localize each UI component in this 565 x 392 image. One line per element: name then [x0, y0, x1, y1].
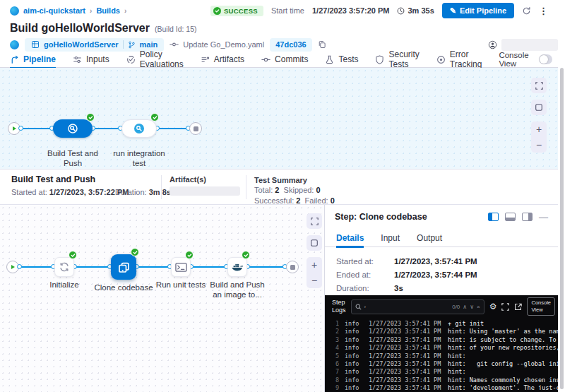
- log-settings-gear-icon[interactable]: ⚙: [489, 302, 497, 311]
- edge: [191, 266, 227, 268]
- log-line-number: 9: [325, 384, 339, 390]
- log-message: + git init: [448, 320, 484, 328]
- console-view-button[interactable]: Console View: [527, 297, 555, 316]
- step-node-clone-codebase[interactable]: [111, 254, 136, 280]
- duration-value: 3m 8s: [149, 188, 171, 196]
- more-options-icon[interactable]: ⋮: [539, 6, 548, 16]
- failed-label: Failed:: [305, 196, 328, 205]
- step-graph-canvas[interactable]: Initialize Clone codebase Run unit tests…: [0, 205, 325, 392]
- copy-icon[interactable]: [318, 40, 326, 49]
- build-status-cluster: SUCCESS Start time 1/27/2023 3:57:20 PM …: [210, 3, 548, 18]
- log-row: 7info1/27/2023 3:57:41 PMhint:: [325, 368, 558, 376]
- stage-label[interactable]: Build Test and Push: [43, 148, 102, 169]
- tab-error-tracking[interactable]: Error Tracking: [436, 52, 482, 68]
- step-label[interactable]: Run unit tests: [153, 280, 209, 290]
- successful-label: Successful:: [254, 196, 294, 205]
- log-timestamp: 1/27/2023 3:57:41 PM: [369, 352, 444, 360]
- fit-view-icon[interactable]: [531, 100, 547, 115]
- step-node-build-and-push-image[interactable]: [227, 257, 247, 277]
- console-view-toggle-row: Console View: [499, 51, 552, 68]
- zoom-out-button[interactable]: −: [307, 273, 322, 288]
- tab-policy-evaluations[interactable]: Policy Evaluations: [126, 52, 184, 68]
- step-node-initialize[interactable]: [54, 257, 74, 277]
- tab-output[interactable]: Output: [417, 229, 442, 247]
- commit-sha[interactable]: 47dc036: [270, 38, 311, 52]
- tab-details[interactable]: Details: [336, 229, 364, 247]
- log-lines[interactable]: 1info1/27/2023 3:57:41 PM+ git init 2inf…: [325, 318, 558, 390]
- log-row: 9info1/27/2023 3:57:41 PMhint: 'developm…: [325, 384, 558, 390]
- log-line-number: 4: [325, 344, 339, 352]
- stage-node-build-test-and-push[interactable]: [53, 119, 93, 138]
- branch-icon: [128, 41, 136, 49]
- layout-right-icon[interactable]: [522, 213, 533, 221]
- log-message: hint: is subject to change. To configur: [448, 336, 558, 344]
- layout-left-icon[interactable]: [488, 213, 499, 221]
- console-view-switch[interactable]: [539, 54, 552, 64]
- log-search-input[interactable]: [369, 303, 449, 310]
- tab-pipeline[interactable]: Pipeline: [10, 52, 56, 68]
- fit-view-icon[interactable]: [307, 235, 322, 251]
- tab-security-tests[interactable]: Security Tests: [375, 52, 419, 68]
- stage-node-run-integration-test[interactable]: [121, 119, 157, 138]
- duration-value: 3m 35s: [408, 6, 434, 15]
- shield-icon: [375, 55, 384, 64]
- step-node-run-unit-tests[interactable]: [171, 257, 191, 277]
- step-panel-tabs: Details Input Output: [325, 229, 558, 247]
- log-timestamp: 1/27/2023 3:57:41 PM: [369, 344, 444, 352]
- check-icon: [213, 7, 221, 15]
- minimize-panel-icon[interactable]: —: [539, 213, 548, 222]
- log-line-number: 5: [325, 352, 339, 360]
- clone-codebase-icon: [117, 261, 131, 274]
- tab-inputs[interactable]: Inputs: [73, 52, 109, 68]
- stage-graph-canvas[interactable]: Build Test and Push run integration test…: [0, 68, 558, 170]
- search-close-icon[interactable]: ×: [477, 304, 480, 310]
- log-level: info: [345, 376, 363, 384]
- build-page: aim-ci-quickstart › Builds › SUCCESS Sta…: [0, 0, 565, 392]
- stage-label[interactable]: run integration test: [109, 148, 169, 169]
- tab-label: Security Tests: [388, 49, 419, 69]
- detail-row: Duration: 3s: [336, 281, 548, 295]
- stage-summary-name: Build Test and Push: [11, 174, 95, 184]
- success-check-icon: [131, 248, 139, 256]
- log-timestamp: 1/27/2023 3:57:41 PM: [369, 320, 444, 328]
- step-canvas-controls: + −: [307, 213, 322, 288]
- tab-artifacts[interactable]: Artifacts: [201, 52, 244, 68]
- target-icon: [436, 55, 446, 64]
- pipeline-icon: [10, 55, 19, 64]
- zoom-in-button[interactable]: +: [307, 257, 322, 273]
- refresh-icon[interactable]: [522, 6, 531, 16]
- layout-bottom-icon[interactable]: [505, 213, 516, 221]
- scrollbar-gutter: [558, 68, 565, 392]
- fullscreen-icon[interactable]: [531, 78, 547, 93]
- step-panel-title: Step: Clone codebase: [335, 212, 427, 222]
- search-prev-icon[interactable]: ∧: [463, 304, 467, 310]
- breadcrumb-separator: ›: [90, 7, 92, 15]
- edit-pipeline-button[interactable]: ✎ Edit Pipeline: [442, 3, 514, 18]
- tab-tests[interactable]: Tests: [325, 52, 358, 68]
- open-in-new-icon[interactable]: [514, 303, 522, 311]
- log-fullscreen-icon[interactable]: [501, 303, 509, 311]
- success-check-icon: [69, 251, 77, 259]
- duration-display: 3m 35s: [397, 6, 434, 15]
- fullscreen-icon[interactable]: [307, 213, 322, 229]
- detail-row: Started at: 1/27/2023, 3:57:41 PM: [336, 254, 548, 268]
- skipped-value: 0: [316, 186, 320, 194]
- ci-stage-icon: [67, 123, 78, 134]
- detail-label: Ended at:: [336, 271, 381, 279]
- edge: [247, 266, 286, 268]
- step-label[interactable]: Initialize: [36, 280, 93, 290]
- breadcrumb-builds[interactable]: Builds: [96, 6, 120, 15]
- scrollbar-thumb[interactable]: [560, 68, 564, 389]
- panel-layout-controls: —: [488, 213, 548, 222]
- step-label[interactable]: Build and Push an image to...: [206, 280, 268, 300]
- tab-input[interactable]: Input: [381, 229, 400, 247]
- artifacts-icon: [201, 55, 210, 64]
- log-line-number: 2: [325, 328, 339, 335]
- log-row: 4info1/27/2023 3:57:41 PMhint: of your n…: [325, 344, 558, 352]
- breadcrumb-project[interactable]: aim-ci-quickstart: [23, 6, 85, 15]
- step-label[interactable]: Clone codebase: [92, 283, 155, 292]
- zoom-in-button[interactable]: +: [531, 121, 547, 137]
- tab-commits[interactable]: Commits: [261, 52, 308, 68]
- zoom-out-button[interactable]: −: [531, 137, 547, 153]
- search-next-icon[interactable]: ∨: [470, 304, 474, 310]
